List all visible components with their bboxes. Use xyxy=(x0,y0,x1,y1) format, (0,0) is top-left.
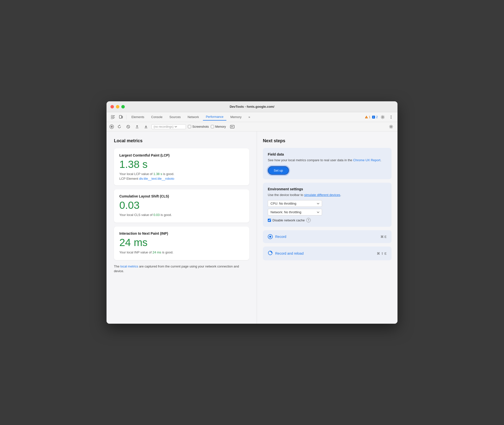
setup-button[interactable]: Set up xyxy=(268,166,289,175)
record-reload-action-card[interactable]: Record and reload ⌘ ⇧ E xyxy=(263,247,392,260)
toolbar-right: ! 1 i 2 xyxy=(365,114,395,121)
svg-text:i: i xyxy=(373,116,374,118)
field-data-card: Field data See how your local metrics co… xyxy=(263,148,392,179)
disable-cache-row: Disable network cache ? xyxy=(268,218,387,222)
cls-desc: Your local CLS value of 0.03 is good. xyxy=(119,213,244,217)
footer-note: The local metrics are captured from the … xyxy=(114,264,249,274)
record-button[interactable] xyxy=(109,124,114,129)
lcp-value: 1.38 s xyxy=(119,159,244,170)
reload-circle-icon xyxy=(268,250,273,256)
svg-rect-0 xyxy=(111,115,113,117)
svg-rect-1 xyxy=(111,117,113,119)
next-steps-title: Next steps xyxy=(263,138,392,143)
lcp-element: LCP Element div.tile__text.tile__roboto xyxy=(119,177,244,180)
chrome-ux-report-link[interactable]: Chrome UX Report xyxy=(353,158,380,162)
tab-memory[interactable]: Memory xyxy=(227,114,244,120)
svg-point-8 xyxy=(391,115,392,116)
memory-checkbox[interactable] xyxy=(211,125,214,128)
svg-rect-3 xyxy=(122,116,123,118)
info-badge[interactable]: i 2 xyxy=(372,115,378,119)
lcp-desc: Your local LCP value of 1.38 s is good. xyxy=(119,172,244,176)
window-title: DevTools - fonts.google.com/ xyxy=(230,105,274,108)
main-content: Local metrics Largest Contentful Paint (… xyxy=(107,131,397,324)
record-action-left: Record xyxy=(268,234,286,239)
local-metrics-link[interactable]: local metrics xyxy=(120,265,138,268)
svg-point-7 xyxy=(382,116,383,118)
disable-cache-checkbox[interactable] xyxy=(268,219,271,222)
cpu-select[interactable]: CPU: No throttling xyxy=(268,200,322,207)
refresh-icon[interactable] xyxy=(116,123,123,130)
main-toolbar: Elements Console Sources Network Perform… xyxy=(107,112,397,122)
right-panel: Next steps Field data See how your local… xyxy=(257,131,397,324)
tab-console[interactable]: Console xyxy=(148,114,165,120)
svg-rect-2 xyxy=(119,115,122,118)
cls-value: 0.03 xyxy=(119,200,244,211)
tab-sources[interactable]: Sources xyxy=(166,114,184,120)
env-title: Environment settings xyxy=(268,187,387,191)
titlebar: DevTools - fonts.google.com/ xyxy=(107,101,397,112)
record-shortcut: ⌘ E xyxy=(380,235,387,239)
tab-elements[interactable]: Elements xyxy=(128,114,147,120)
more-tabs-button[interactable]: » xyxy=(245,114,253,120)
memory-checkbox-label[interactable]: Memory xyxy=(211,125,226,128)
warning-badge[interactable]: ! 1 xyxy=(365,115,371,119)
field-data-title: Field data xyxy=(268,152,387,156)
cls-name: Cumulative Layout Shift (CLS) xyxy=(119,194,244,198)
svg-line-12 xyxy=(127,126,129,127)
help-icon[interactable]: ? xyxy=(306,218,311,222)
close-button[interactable] xyxy=(110,105,114,108)
lcp-name: Largest Contentful Paint (LCP) xyxy=(119,153,244,157)
maximize-button[interactable] xyxy=(121,105,125,108)
lcp-card: Largest Contentful Paint (LCP) 1.38 s Yo… xyxy=(114,148,249,185)
field-data-desc: See how your local metrics compare to re… xyxy=(268,158,387,163)
more-options-icon[interactable] xyxy=(388,114,395,121)
inspect-element-icon[interactable] xyxy=(109,114,116,121)
upload-icon[interactable] xyxy=(134,123,141,130)
cls-card: Cumulative Layout Shift (CLS) 0.03 Your … xyxy=(114,189,249,223)
inp-desc: Your local INP value of 24 ms is good. xyxy=(119,250,244,254)
toolbar-separator xyxy=(126,115,126,120)
inp-value: 24 ms xyxy=(119,237,244,248)
lcp-element-link[interactable]: div.tile__text.tile__roboto xyxy=(139,177,174,180)
traffic-lights xyxy=(110,105,125,108)
inp-card: Interaction to Next Paint (INP) 24 ms Yo… xyxy=(114,227,249,260)
record-reload-label: Record and reload xyxy=(275,251,304,255)
tab-performance[interactable]: Performance xyxy=(203,114,227,121)
local-metrics-title: Local metrics xyxy=(114,138,249,143)
toolbar2-settings-icon[interactable] xyxy=(388,123,395,130)
record-dot xyxy=(111,126,113,128)
screenshots-checkbox[interactable] xyxy=(188,125,191,128)
svg-text:!: ! xyxy=(366,116,367,118)
left-panel: Local metrics Largest Contentful Paint (… xyxy=(107,131,257,324)
devtools-window: DevTools - fonts.google.com/ Elements Co… xyxy=(107,101,397,324)
svg-point-9 xyxy=(391,117,392,117)
settings-icon[interactable] xyxy=(379,114,386,121)
simulate-devices-link[interactable]: simulate different devices xyxy=(304,193,340,197)
clear-icon[interactable] xyxy=(125,123,132,130)
capture-settings-icon[interactable] xyxy=(229,123,236,130)
tab-network[interactable]: Network xyxy=(185,114,202,120)
minimize-button[interactable] xyxy=(116,105,119,108)
record-action-card[interactable]: Record ⌘ E xyxy=(263,230,392,243)
device-toolbar-icon[interactable] xyxy=(117,114,124,121)
svg-point-16 xyxy=(391,126,392,127)
record-reload-shortcut: ⌘ ⇧ E xyxy=(377,252,387,255)
env-desc: Use the device toolbar to simulate diffe… xyxy=(268,193,387,197)
network-select[interactable]: Network: No throttling xyxy=(268,209,322,215)
record-inner-dot xyxy=(269,236,271,238)
record-circle-icon xyxy=(268,234,273,239)
record-label: Record xyxy=(275,235,286,239)
svg-point-10 xyxy=(391,118,392,119)
secondary-toolbar: (no recordings) Screenshots Memory xyxy=(107,122,397,131)
screenshots-checkbox-label[interactable]: Screenshots xyxy=(188,125,209,128)
environment-settings-card: Environment settings Use the device tool… xyxy=(263,183,392,227)
inp-name: Interaction to Next Paint (INP) xyxy=(119,231,244,235)
record-reload-action-left: Record and reload xyxy=(268,250,304,256)
recordings-select[interactable]: (no recordings) xyxy=(151,124,186,129)
download-icon[interactable] xyxy=(143,123,149,130)
